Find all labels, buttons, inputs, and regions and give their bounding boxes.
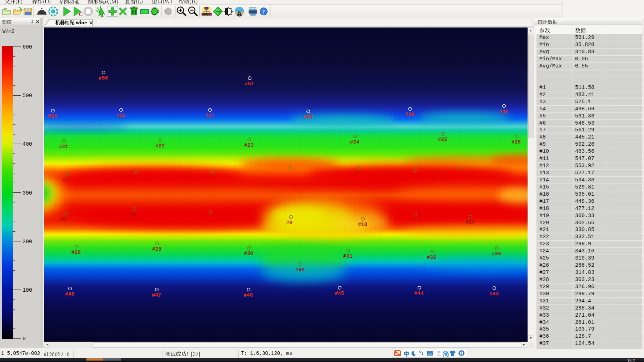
svg-text:#43: #43	[489, 291, 499, 297]
svg-text:#38: #38	[303, 114, 313, 120]
svg-text:#9: #9	[353, 170, 359, 176]
svg-text:#35: #35	[48, 114, 57, 119]
svg-text:?: ?	[262, 9, 265, 15]
svg-text:#31: #31	[343, 253, 353, 259]
svg-text:300: 300	[23, 190, 32, 196]
svg-text:#14: #14	[465, 220, 475, 225]
svg-text:200: 200	[23, 239, 32, 245]
svg-text:#49: #49	[295, 267, 305, 273]
svg-text:400: 400	[23, 141, 32, 147]
svg-text:#40: #40	[499, 109, 508, 115]
svg-text:#32: #32	[427, 255, 436, 260]
svg-text:#37: #37	[205, 113, 214, 119]
svg-text:#29: #29	[152, 246, 161, 252]
svg-text:#21: #21	[59, 144, 68, 150]
svg-text:#4: #4	[129, 212, 136, 217]
svg-text:0: 0	[23, 336, 26, 342]
svg-text:#10: #10	[358, 222, 367, 227]
svg-text:100: 100	[23, 287, 32, 293]
svg-text:#12: #12	[410, 216, 420, 222]
svg-text:#36: #36	[116, 113, 125, 119]
svg-text:#44: #44	[414, 291, 424, 296]
svg-text:#48: #48	[65, 291, 74, 297]
svg-text:#30: #30	[244, 251, 253, 256]
svg-text:#28: #28	[71, 250, 81, 255]
svg-text:#39: #39	[405, 112, 414, 117]
svg-text:#51: #51	[245, 81, 254, 87]
svg-text:#8: #8	[286, 220, 292, 226]
svg-text:#22: #22	[155, 143, 165, 149]
svg-text:#24: #24	[350, 139, 359, 145]
svg-text:#23: #23	[244, 142, 254, 148]
svg-text:W/m2: W/m2	[3, 29, 15, 34]
svg-text:#25: #25	[438, 137, 447, 142]
svg-text:#26: #26	[511, 139, 521, 145]
svg-text:#45: #45	[335, 291, 344, 296]
svg-text:500: 500	[23, 93, 32, 99]
svg-text:#1: #1	[63, 177, 69, 183]
svg-text:#2: #2	[61, 216, 67, 222]
svg-text:#33: #33	[492, 251, 501, 257]
svg-text:C: C	[79, 11, 83, 17]
svg-text:#46: #46	[244, 292, 253, 298]
svg-text:#50: #50	[99, 75, 108, 81]
svg-text:600: 600	[23, 44, 32, 50]
svg-text:#47: #47	[152, 292, 161, 298]
